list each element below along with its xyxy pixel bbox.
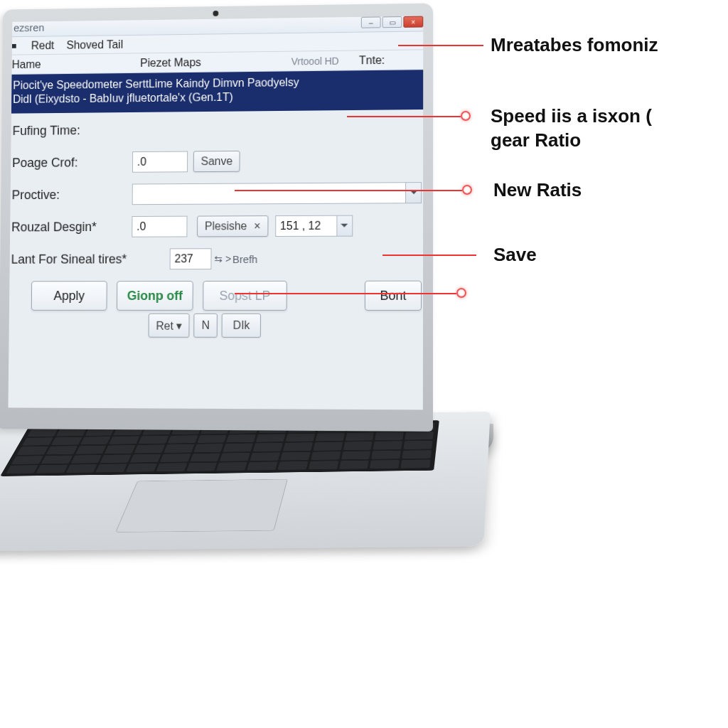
form-area: Fufing Time: Poage Crof: .0 Sanve Procti… xyxy=(8,109,423,338)
chevron-down-icon xyxy=(405,183,421,203)
laptop-base xyxy=(0,412,491,552)
poage-crof-label: Poage Crof: xyxy=(12,155,132,171)
maximize-button[interactable]: ▭ xyxy=(382,16,402,28)
header-vrtoool[interactable]: Vrtoool HD xyxy=(291,55,359,67)
close-button[interactable]: × xyxy=(403,16,423,28)
lant-suffix: Brefh xyxy=(232,253,257,265)
dik-button[interactable]: DIk xyxy=(222,314,261,338)
header-tnte[interactable]: Tnte: xyxy=(359,53,423,67)
menu-marker-icon xyxy=(12,43,16,48)
poage-crof-input[interactable]: .0 xyxy=(132,151,188,173)
laptop-mockup: ezsren – ▭ × Redt Shoved Tail Hame Pieze… xyxy=(0,0,647,640)
chevron-down-icon xyxy=(336,216,352,236)
plesishe-combo[interactable]: 151 , 12 xyxy=(275,215,353,237)
proctive-label: Proctive: xyxy=(12,187,132,203)
header-piezet-maps[interactable]: Piezet Maps xyxy=(140,55,291,69)
screen: ezsren – ▭ × Redt Shoved Tail Hame Pieze… xyxy=(8,16,423,410)
plesishe-label: Plesishe xyxy=(205,220,247,232)
window-title: ezsren xyxy=(14,21,44,33)
n-button[interactable]: N xyxy=(194,314,218,338)
sopst-lp-button[interactable]: Sopst LP xyxy=(203,281,287,311)
lant-input[interactable]: 237 xyxy=(170,248,212,269)
selected-list-item[interactable]: Piocit'ye Speedometer SerttLime Kaindy D… xyxy=(8,70,423,114)
fufing-time-label: Fufing Time: xyxy=(12,122,132,138)
minimize-button[interactable]: – xyxy=(361,16,381,28)
arrow-icon: ⇆ > xyxy=(214,253,231,264)
trackpad xyxy=(115,479,288,532)
apply-button[interactable]: Apply xyxy=(31,281,107,311)
plesishe-combo-value: 151 , 12 xyxy=(280,220,321,232)
save-small-button[interactable]: Sanve xyxy=(193,151,240,172)
rouzal-desgin-label: Rouzal Desgin* xyxy=(11,219,132,234)
proctive-combo[interactable] xyxy=(132,182,422,205)
lant-label: Lant For Sineal tires* xyxy=(11,252,170,267)
plesishe-button[interactable]: Plesishe × xyxy=(197,215,268,237)
close-icon: × xyxy=(254,220,260,232)
menu-redt[interactable]: Redt xyxy=(31,39,55,52)
menu-shoved-tail[interactable]: Shoved Tail xyxy=(66,38,123,52)
bont-button[interactable]: Bont xyxy=(365,281,422,311)
ret-dropdown-button[interactable]: Ret ▾ xyxy=(149,314,190,338)
laptop-lid: ezsren – ▭ × Redt Shoved Tail Hame Pieze… xyxy=(0,3,433,431)
rouzal-desgin-input[interactable]: .0 xyxy=(132,216,187,237)
gionp-off-button[interactable]: Gionp off xyxy=(117,281,193,311)
app-window: ezsren – ▭ × Redt Shoved Tail Hame Pieze… xyxy=(8,16,423,410)
header-hame[interactable]: Hame xyxy=(8,57,140,71)
